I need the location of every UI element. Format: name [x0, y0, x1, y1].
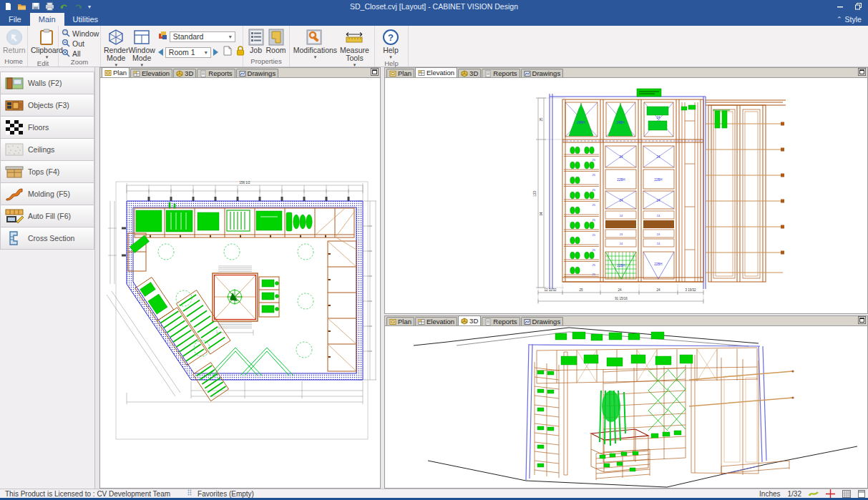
sidebar-item-ceilings[interactable]: Ceilings: [0, 139, 94, 161]
open-folder-icon[interactable]: [17, 2, 26, 11]
sidebar-item-floors[interactable]: Floors: [0, 117, 94, 139]
modifications-button[interactable]: Modifications ▾: [293, 27, 338, 59]
modifications-icon: [306, 28, 323, 46]
favorites-grip[interactable]: [187, 489, 192, 498]
tab-drawings[interactable]: Drawings: [521, 317, 564, 325]
render-mode-icon: [107, 28, 125, 46]
crosshair-toggle-icon[interactable]: [826, 489, 835, 499]
svg-text:24: 24: [620, 242, 623, 245]
render-mode-dropdown-icon: ▾: [114, 62, 117, 67]
tab-reports[interactable]: Reports: [482, 317, 520, 325]
tab-plan[interactable]: Plan: [386, 69, 414, 77]
view-style-dropdown-icon: ▾: [225, 34, 232, 40]
room-properties-button[interactable]: Room: [265, 27, 286, 54]
svg-text:24BH: 24BH: [577, 121, 585, 124]
group-label-help: Help: [375, 59, 408, 67]
room-select[interactable]: Room 1 ▾: [165, 47, 211, 58]
view-style-select[interactable]: Standard ▾: [170, 31, 235, 42]
svg-text:22BH: 22BH: [617, 178, 625, 182]
tab-main[interactable]: Main: [30, 13, 64, 26]
sidebar-item-objects[interactable]: Objects (F3): [0, 94, 94, 117]
zoom-out-button[interactable]: Out: [62, 39, 99, 48]
job-icon: [248, 28, 264, 46]
elevation-pane-tabs: Plan Elevation 3D Reports Drawings: [385, 68, 867, 78]
svg-text:24: 24: [656, 199, 660, 202]
units-indicator[interactable]: Inches: [759, 490, 780, 498]
scale-indicator[interactable]: 1/32: [788, 490, 801, 498]
restore-button[interactable]: [849, 0, 868, 13]
tab-utilities[interactable]: Utilities: [64, 13, 107, 26]
svg-text:25: 25: [593, 233, 596, 237]
svg-text:22BH: 22BH: [617, 264, 625, 268]
tab-reports[interactable]: Reports: [197, 69, 235, 77]
tab-3d[interactable]: 3D: [458, 315, 481, 325]
undo-icon[interactable]: [59, 2, 69, 11]
style-button-label: Style: [845, 15, 862, 24]
clipboard-icon: [39, 28, 54, 46]
svg-text:22BH: 22BH: [654, 263, 662, 266]
room-next-button[interactable]: [213, 49, 218, 56]
three-d-canvas[interactable]: [385, 326, 867, 488]
elevation-canvas[interactable]: 120 25 94: [385, 78, 867, 313]
tab-elevation[interactable]: Elevation: [415, 67, 457, 77]
collapse-ribbon-icon[interactable]: ⌃: [837, 16, 842, 23]
plan-pane: Plan Elevation 3D Reports Drawings: [99, 67, 381, 489]
help-button[interactable]: ? Help ▾: [378, 27, 404, 59]
window-toggle-icon[interactable]: [858, 490, 865, 498]
floors-icon: [1, 120, 28, 134]
svg-text:?: ?: [388, 32, 394, 43]
tab-3d[interactable]: 3D: [458, 69, 481, 77]
sidebar-item-cross-section[interactable]: Cross Section: [0, 227, 94, 250]
style-button[interactable]: ⌃ Style: [837, 13, 868, 26]
save-icon[interactable]: [31, 2, 40, 11]
titlebar: ▾ SD_Closet.cvj [Layout] - CABINET VISIO…: [0, 0, 868, 13]
room-prev-button[interactable]: [158, 49, 163, 56]
svg-text:24: 24: [657, 242, 660, 245]
sidebar-item-tops[interactable]: Tops (F4): [0, 161, 94, 183]
zoom-all-icon: [62, 49, 70, 59]
cross-section-icon: [1, 230, 28, 246]
zoom-out-icon: [62, 39, 70, 49]
tab-drawings[interactable]: Drawings: [521, 69, 564, 77]
tab-3d[interactable]: 3D: [173, 69, 196, 77]
license-text: This Product is Licensed to : CV Develop…: [0, 490, 170, 498]
zoom-window-button[interactable]: Window: [62, 29, 99, 38]
tab-plan[interactable]: Plan: [102, 67, 130, 77]
tab-reports[interactable]: Reports: [482, 69, 520, 77]
elevation-maximize-button[interactable]: [858, 68, 866, 76]
new-file-icon[interactable]: [4, 2, 12, 11]
tab-drawings[interactable]: Drawings: [236, 69, 279, 77]
redo-icon[interactable]: [74, 2, 83, 11]
tab-plan[interactable]: Plan: [386, 317, 414, 325]
sidebar-item-walls[interactable]: Walls (F2): [0, 72, 94, 94]
sidebar-item-autofill[interactable]: Auto Fill (F6): [0, 205, 94, 227]
drawings-icon: [239, 70, 246, 77]
tab-file[interactable]: File: [0, 13, 30, 26]
group-label-properties: Properties: [243, 57, 289, 67]
svg-text:24BH: 24BH: [616, 121, 624, 124]
window-mode-button[interactable]: Window Mode ▾: [128, 27, 155, 67]
tool-sidebar: Walls (F2) Objects (F3) Floors Ceilings …: [0, 67, 95, 489]
job-button[interactable]: Job: [246, 27, 265, 54]
minimize-button[interactable]: [831, 0, 849, 13]
print-icon[interactable]: [45, 2, 54, 11]
sidebar-item-molding[interactable]: Molding (F5): [0, 183, 94, 205]
qat-customize-icon[interactable]: ▾: [88, 4, 91, 10]
return-button[interactable]: Return: [3, 27, 26, 54]
zoom-all-button[interactable]: All: [62, 49, 99, 58]
tab-elevation[interactable]: Elevation: [415, 317, 457, 325]
ribbon-group-zoom: Window Out All Zoom: [59, 26, 101, 67]
new-room-icon[interactable]: [223, 46, 232, 59]
grid-toggle-icon[interactable]: [842, 490, 851, 498]
snap-toggle-icon[interactable]: [809, 490, 819, 498]
tab-elevation[interactable]: Elevation: [130, 69, 172, 77]
three-d-maximize-button[interactable]: [858, 316, 866, 324]
room-properties-icon: [268, 28, 284, 46]
plan-maximize-button[interactable]: [371, 68, 379, 76]
elev-dim-b2: 25: [579, 288, 583, 292]
render-mode-button[interactable]: Render Mode ▾: [104, 27, 128, 67]
measure-tools-button[interactable]: Measure Tools ▾: [338, 27, 371, 67]
favorites-label[interactable]: Favorites (Empty): [198, 490, 254, 498]
plan-canvas[interactable]: 156 1/2: [100, 78, 380, 488]
svg-text:24: 24: [656, 155, 660, 159]
